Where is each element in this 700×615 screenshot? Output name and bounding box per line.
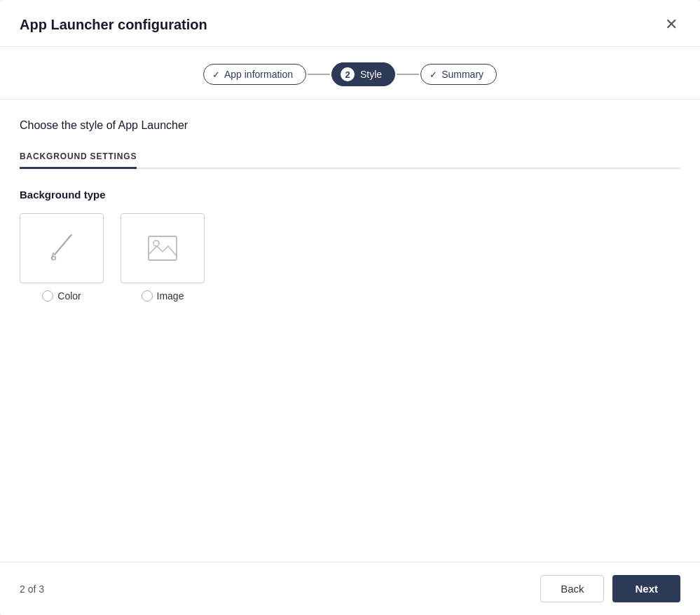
background-options: Color Image bbox=[20, 213, 680, 302]
back-button[interactable]: Back bbox=[540, 575, 604, 602]
step-app-information[interactable]: ✓ App information bbox=[203, 64, 306, 85]
step-style[interactable]: 2 Style bbox=[331, 62, 395, 86]
background-type-label: Background type bbox=[20, 189, 680, 201]
step-number-style: 2 bbox=[341, 67, 355, 81]
radio-label-color[interactable]: Color bbox=[42, 290, 81, 302]
step-label-summary: Summary bbox=[441, 69, 483, 80]
radio-circle-image bbox=[142, 290, 153, 302]
bg-option-color[interactable]: Color bbox=[20, 213, 104, 302]
step-label-style: Style bbox=[360, 69, 382, 80]
bg-option-color-box bbox=[20, 213, 104, 283]
check-icon-summary: ✓ bbox=[430, 69, 437, 80]
steps-bar: ✓ App information 2 Style ✓ Summary bbox=[0, 47, 700, 100]
tabs-bar: BACKGROUND SETTINGS bbox=[20, 146, 680, 169]
modal-title: App Launcher configuration bbox=[20, 17, 207, 33]
bg-option-image-label: Image bbox=[157, 290, 184, 302]
svg-point-5 bbox=[153, 241, 159, 246]
step-label-app-information: App information bbox=[224, 69, 293, 80]
modal-body: Choose the style of App Launcher BACKGRO… bbox=[0, 100, 700, 562]
radio-label-image[interactable]: Image bbox=[142, 290, 184, 302]
close-button[interactable]: ✕ bbox=[662, 14, 680, 35]
svg-line-0 bbox=[55, 236, 70, 255]
svg-line-1 bbox=[69, 235, 71, 238]
step-summary[interactable]: ✓ Summary bbox=[420, 64, 497, 85]
modal-header: App Launcher configuration ✕ bbox=[0, 0, 700, 47]
check-icon-app-information: ✓ bbox=[212, 69, 220, 80]
radio-circle-color bbox=[42, 290, 53, 302]
section-title: Choose the style of App Launcher bbox=[20, 119, 680, 132]
modal-footer: 2 of 3 Back Next bbox=[0, 562, 700, 615]
bg-option-image[interactable]: Image bbox=[121, 213, 205, 302]
image-icon bbox=[147, 235, 178, 262]
bg-option-color-label: Color bbox=[57, 290, 81, 302]
footer-buttons: Back Next bbox=[540, 575, 680, 602]
page-info: 2 of 3 bbox=[20, 583, 44, 595]
step-connector-1 bbox=[308, 74, 330, 75]
modal-container: App Launcher configuration ✕ ✓ App infor… bbox=[0, 0, 700, 615]
tab-background-settings[interactable]: BACKGROUND SETTINGS bbox=[20, 146, 137, 169]
step-connector-2 bbox=[397, 74, 419, 75]
next-button[interactable]: Next bbox=[612, 575, 680, 602]
svg-rect-4 bbox=[149, 236, 177, 260]
bg-option-image-box bbox=[121, 213, 205, 283]
brush-icon bbox=[48, 234, 76, 263]
